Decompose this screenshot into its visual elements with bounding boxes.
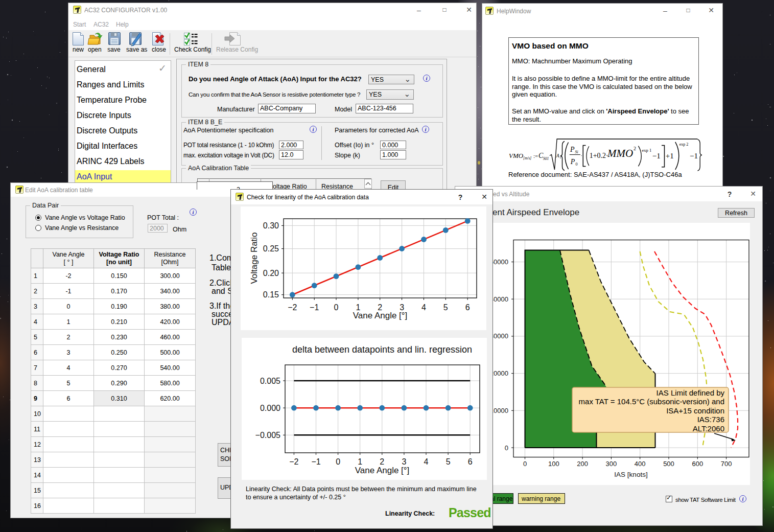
svg-text:20000: 20000 — [492, 369, 508, 377]
svg-text:−2: −2 — [289, 457, 298, 466]
svg-text:MMO: MMO — [607, 147, 633, 159]
svg-text:Vane Angle [°]: Vane Angle [°] — [355, 466, 410, 475]
svg-text:−2: −2 — [288, 303, 297, 312]
svg-text:0.25: 0.25 — [263, 244, 279, 253]
svg-text:IAS [knots]: IAS [knots] — [614, 471, 647, 478]
svg-text:10000: 10000 — [492, 407, 508, 414]
svg-text:4: 4 — [424, 457, 429, 466]
svg-text:30000: 30000 — [492, 332, 508, 340]
svg-text:+1: +1 — [666, 152, 674, 160]
svg-text:−1: −1 — [311, 457, 320, 466]
svg-text:400: 400 — [635, 460, 646, 468]
svg-text:ISA+15 condition: ISA+15 condition — [666, 406, 724, 415]
svg-text:5: 5 — [443, 303, 448, 312]
svg-text:5: 5 — [446, 457, 451, 466]
svg-text:−1: −1 — [690, 152, 698, 160]
svg-text:40000: 40000 — [492, 295, 508, 303]
svg-text:P: P — [570, 158, 575, 166]
svg-text:1: 1 — [358, 457, 362, 466]
svg-text:200: 200 — [577, 460, 588, 468]
svg-text:3: 3 — [402, 457, 406, 466]
svg-text:0: 0 — [576, 162, 578, 167]
svg-text:A: A — [556, 153, 559, 158]
svg-text:exp 2: exp 2 — [679, 142, 689, 147]
svg-text:S01: S01 — [543, 156, 549, 161]
svg-text:2: 2 — [380, 457, 384, 466]
svg-text:−1: −1 — [652, 152, 661, 160]
svg-text:IAS:736: IAS:736 — [697, 415, 724, 424]
svg-text:100: 100 — [548, 460, 559, 468]
svg-text:700: 700 — [721, 460, 732, 468]
svg-text:−1: −1 — [310, 303, 319, 312]
svg-text:delta between datapoints and l: delta between datapoints and lin. regres… — [292, 344, 472, 355]
svg-text:ALT:2060: ALT:2060 — [693, 424, 724, 433]
svg-text:·: · — [581, 153, 582, 158]
svg-text:1+0.2·: 1+0.2· — [590, 152, 608, 159]
svg-text:0: 0 — [505, 444, 508, 452]
svg-text:max TAT = 104.5°C (subsonic-ve: max TAT = 104.5°C (subsonic-version) and — [579, 397, 724, 406]
svg-text:0: 0 — [523, 460, 527, 468]
svg-text:Si: Si — [575, 150, 578, 154]
svg-text:300: 300 — [606, 460, 617, 468]
svg-text:0.15: 0.15 — [263, 290, 279, 299]
svg-text:50000: 50000 — [492, 258, 508, 266]
svg-text:0.005: 0.005 — [260, 377, 280, 385]
svg-text:2: 2 — [634, 146, 636, 151]
svg-text:VMO: VMO — [509, 152, 524, 159]
svg-text:0.000: 0.000 — [260, 404, 280, 412]
svg-text:4: 4 — [421, 303, 426, 312]
svg-text:500: 500 — [663, 460, 674, 468]
svg-text:6: 6 — [468, 457, 473, 466]
svg-text:600: 600 — [692, 460, 703, 468]
svg-text:−0.005: −0.005 — [255, 431, 280, 440]
svg-text:0: 0 — [336, 457, 340, 466]
svg-text:Voltage Ratio: Voltage Ratio — [249, 232, 259, 284]
svg-text:P: P — [570, 146, 575, 153]
svg-text:exp 1: exp 1 — [642, 148, 652, 153]
svg-text:0.20: 0.20 — [263, 269, 279, 277]
svg-text:0.30: 0.30 — [263, 221, 279, 230]
svg-text:IAS Limit defined by: IAS Limit defined by — [656, 388, 725, 397]
svg-text:[m/s]: [m/s] — [523, 156, 531, 160]
svg-text::=: := — [533, 153, 538, 159]
svg-text:Vane Angle [°]: Vane Angle [°] — [353, 311, 408, 320]
svg-text:6: 6 — [465, 303, 470, 312]
svg-text:0: 0 — [334, 303, 339, 312]
